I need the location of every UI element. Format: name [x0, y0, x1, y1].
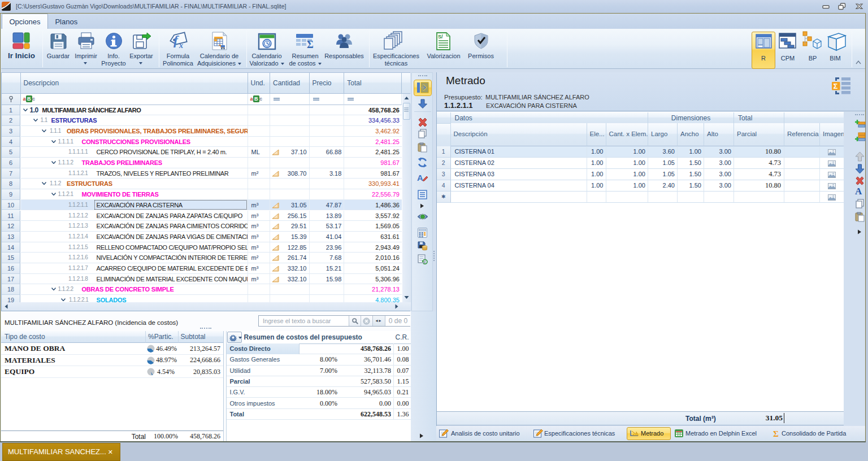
svg-text:Σ: Σ	[773, 429, 779, 438]
svg-text:A: A	[417, 173, 423, 182]
svg-text:Σ: Σ	[834, 82, 838, 90]
svg-text:S/: S/	[438, 34, 443, 40]
svg-text:x: x	[179, 41, 183, 50]
svg-text:Σ: Σ	[307, 39, 314, 50]
